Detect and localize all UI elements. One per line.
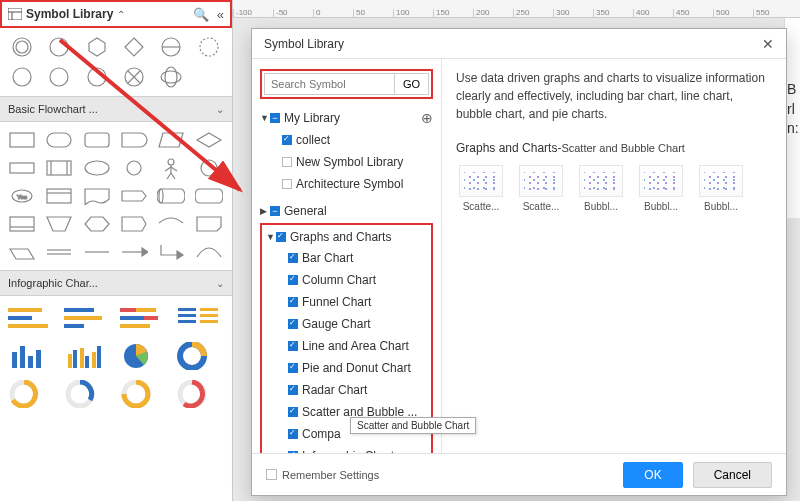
shape-thumb[interactable] [118, 156, 150, 180]
shape-thumb[interactable] [43, 184, 75, 208]
shape-thumb[interactable] [43, 64, 75, 90]
shape-thumb[interactable] [155, 240, 187, 264]
chart-thumb[interactable] [120, 304, 166, 334]
shape-thumb[interactable] [81, 212, 113, 236]
expand-icon[interactable]: ▶ [260, 206, 270, 216]
tree-item-column-chart[interactable]: Column Chart [288, 269, 427, 291]
shape-thumb[interactable] [81, 184, 113, 208]
collapse-icon[interactable]: « [217, 7, 224, 22]
partial-check-icon[interactable]: − [270, 113, 280, 123]
chart-thumb[interactable] [64, 342, 110, 372]
partial-check-icon[interactable]: − [270, 206, 280, 216]
tree-general[interactable]: ▶ − General [260, 201, 433, 221]
shape-thumb[interactable] [43, 212, 75, 236]
shape-thumb[interactable] [118, 240, 150, 264]
tree-item-funnel-chart[interactable]: Funnel Chart [288, 291, 427, 313]
tree-mylibrary[interactable]: ▼ − My Library ⊕ [260, 107, 433, 129]
go-button[interactable]: GO [395, 73, 429, 95]
section-basic-flowchart[interactable]: Basic Flowchart ... ⌄ [0, 96, 232, 122]
checkbox-icon[interactable] [288, 253, 298, 263]
shape-thumb[interactable] [81, 64, 113, 90]
chart-thumb[interactable]: Bubbl... [576, 165, 626, 212]
close-icon[interactable]: ✕ [762, 36, 774, 52]
symbol-library-header[interactable]: Symbol Library ⌃ 🔍 « [0, 0, 232, 28]
tree-item-bar-chart[interactable]: Bar Chart [288, 247, 427, 269]
chart-thumb[interactable] [120, 342, 166, 372]
tree-item-gauge-chart[interactable]: Gauge Chart [288, 313, 427, 335]
shape-thumb[interactable] [6, 240, 38, 264]
shape-thumb[interactable] [193, 156, 225, 180]
shape-thumb[interactable] [193, 184, 225, 208]
shape-thumb[interactable] [118, 212, 150, 236]
checkbox-icon[interactable] [288, 385, 298, 395]
checkbox-icon[interactable] [288, 275, 298, 285]
shape-thumb[interactable] [193, 240, 225, 264]
shape-thumb[interactable] [81, 156, 113, 180]
tree-item-infographic-charts[interactable]: Infographic Charts [288, 445, 427, 453]
chart-thumb[interactable]: Scatte... [516, 165, 566, 212]
checkbox-icon[interactable] [288, 363, 298, 373]
shape-thumb[interactable] [118, 34, 150, 60]
shape-thumb[interactable] [155, 184, 187, 208]
section-infographic-charts[interactable]: Infographic Char... ⌄ [0, 270, 232, 296]
shape-thumb[interactable] [81, 34, 113, 60]
shape-thumb[interactable] [193, 212, 225, 236]
shape-thumb[interactable] [118, 128, 150, 152]
chevron-up-icon[interactable]: ⌃ [117, 9, 125, 20]
shape-thumb[interactable] [155, 64, 187, 90]
checkbox-icon[interactable] [282, 179, 292, 189]
checkbox-icon[interactable] [288, 429, 298, 439]
checkbox-icon[interactable] [288, 319, 298, 329]
chart-thumb[interactable] [8, 304, 54, 334]
shape-thumb[interactable] [43, 156, 75, 180]
shape-thumb[interactable] [43, 240, 75, 264]
tree-item-collect[interactable]: collect [282, 129, 433, 151]
chart-thumb[interactable] [176, 342, 222, 372]
search-input[interactable] [264, 73, 395, 95]
checkbox-icon[interactable] [288, 451, 298, 453]
shape-thumb[interactable] [43, 128, 75, 152]
shape-thumb[interactable] [81, 128, 113, 152]
remember-settings[interactable]: Remember Settings [266, 469, 379, 481]
chart-thumb[interactable] [64, 380, 110, 410]
chart-thumb[interactable] [8, 380, 54, 410]
shape-thumb[interactable] [43, 34, 75, 60]
checkbox-icon[interactable] [282, 135, 292, 145]
tree-item-line-area-chart[interactable]: Line and Area Chart [288, 335, 427, 357]
shape-thumb[interactable] [193, 128, 225, 152]
chart-thumb[interactable] [120, 380, 166, 410]
chart-thumb[interactable]: Bubbl... [636, 165, 686, 212]
shape-thumb[interactable] [6, 64, 38, 90]
chart-thumb[interactable] [64, 304, 110, 334]
ok-button[interactable]: OK [623, 462, 682, 488]
shape-thumb[interactable]: Yes [6, 184, 38, 208]
checkbox-icon[interactable] [288, 341, 298, 351]
shape-thumb[interactable] [155, 156, 187, 180]
shape-thumb[interactable] [118, 64, 150, 90]
checkbox-icon[interactable] [266, 469, 277, 480]
shape-thumb[interactable] [6, 156, 38, 180]
checkbox-icon[interactable] [276, 232, 286, 242]
chart-thumb[interactable]: Bubbl... [696, 165, 746, 212]
shape-thumb[interactable] [118, 184, 150, 208]
cancel-button[interactable]: Cancel [693, 462, 772, 488]
collapse-icon[interactable]: ▼ [260, 113, 270, 123]
search-icon[interactable]: 🔍 [193, 7, 209, 22]
shape-thumb[interactable] [155, 128, 187, 152]
collapse-icon[interactable]: ▼ [266, 232, 276, 242]
checkbox-icon[interactable] [282, 157, 292, 167]
add-icon[interactable]: ⊕ [421, 110, 433, 126]
shape-thumb[interactable] [193, 64, 225, 90]
tree-item-pie-donut-chart[interactable]: Pie and Donut Chart [288, 357, 427, 379]
shape-thumb[interactable] [81, 240, 113, 264]
tree-item-architecture-symbol[interactable]: Architecture Symbol [282, 173, 433, 195]
shape-thumb[interactable] [6, 212, 38, 236]
tree-graphs-and-charts[interactable]: ▼ Graphs and Charts [266, 227, 427, 247]
checkbox-icon[interactable] [288, 407, 298, 417]
tree-item-radar-chart[interactable]: Radar Chart [288, 379, 427, 401]
shape-thumb[interactable] [193, 34, 225, 60]
checkbox-icon[interactable] [288, 297, 298, 307]
shape-thumb[interactable] [155, 34, 187, 60]
chart-thumb[interactable] [176, 304, 222, 334]
tree-item-new-symbol-library[interactable]: New Symbol Library [282, 151, 433, 173]
